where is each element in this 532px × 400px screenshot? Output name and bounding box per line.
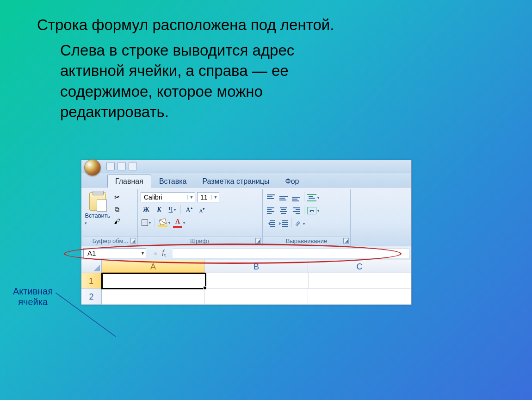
- formula-bar: A1 ▼ ● fx: [81, 246, 411, 260]
- wrap-text-icon: [307, 194, 316, 201]
- cancel-formula-icon[interactable]: ●: [154, 250, 157, 257]
- ribbon-tabs: Главная Вставка Разметка страницы Фор: [81, 173, 411, 187]
- cell-b2[interactable]: [205, 289, 308, 305]
- office-button[interactable]: [84, 159, 101, 176]
- font-size-combo[interactable]: 11 ▼: [197, 192, 219, 202]
- group-alignment: Выравнивание: [263, 189, 351, 246]
- align-right-icon: [292, 207, 300, 214]
- align-left-icon: [267, 207, 275, 214]
- grow-font-button[interactable]: A▴: [184, 204, 195, 215]
- grid-row: 2: [81, 289, 411, 305]
- select-all-corner[interactable]: [81, 260, 102, 273]
- font-color-icon: A: [175, 218, 180, 225]
- alignment-launcher[interactable]: [343, 238, 349, 244]
- row-header-1[interactable]: 1: [81, 273, 102, 289]
- qat-redo-icon[interactable]: [129, 162, 137, 170]
- name-box[interactable]: A1 ▼: [83, 248, 146, 258]
- group-font: Calibri ▼ 11 ▼ Ж К Ч A▴ A▾: [138, 189, 263, 246]
- slide-line-2: Слева в строке выводится адрес: [60, 40, 504, 61]
- cell-b1[interactable]: [206, 273, 309, 289]
- group-clipboard: Вставить ✂ ⧉ 🖌 Буфер обм...: [83, 189, 138, 246]
- group-label-clipboard: Буфер обм...: [83, 236, 137, 246]
- ribbon: Вставить ✂ ⧉ 🖌 Буфер обм... Calibri ▼: [81, 187, 411, 246]
- column-headers: A B C: [81, 260, 411, 273]
- scissors-icon: ✂: [114, 194, 120, 201]
- tab-home[interactable]: Главная: [107, 175, 151, 188]
- merge-icon: [307, 207, 316, 214]
- paste-icon: [89, 192, 106, 211]
- qat-save-icon[interactable]: [106, 162, 115, 170]
- formula-bar-buttons: ● fx: [149, 248, 171, 258]
- grid-row: 1: [81, 273, 411, 289]
- active-cell-callout: Активная ячейка: [13, 286, 53, 307]
- align-right-button[interactable]: [291, 205, 302, 216]
- increase-indent-button[interactable]: [278, 218, 289, 229]
- slide-line-4: содержимое, которое можно: [60, 81, 504, 102]
- align-top-button[interactable]: [266, 192, 277, 203]
- chevron-down-icon: ▼: [211, 195, 218, 200]
- copy-icon: ⧉: [115, 206, 119, 213]
- underline-button[interactable]: Ч: [167, 204, 178, 215]
- cell-c2[interactable]: [308, 289, 411, 305]
- brush-icon: 🖌: [114, 218, 120, 225]
- wrap-text-button[interactable]: [307, 192, 320, 203]
- column-header-b[interactable]: B: [205, 260, 308, 273]
- formula-input[interactable]: [173, 248, 409, 258]
- decrease-indent-icon: [267, 220, 275, 227]
- bold-button[interactable]: Ж: [141, 204, 152, 215]
- format-painter-button[interactable]: 🖌: [112, 216, 122, 226]
- fill-color-button[interactable]: [158, 217, 171, 228]
- decrease-indent-button[interactable]: [266, 218, 277, 229]
- tab-page-layout[interactable]: Разметка страницы: [194, 175, 277, 188]
- align-middle-button[interactable]: [278, 192, 289, 203]
- worksheet-grid: A B C 1 2: [81, 260, 411, 305]
- qat-undo-icon[interactable]: [118, 162, 126, 170]
- fill-bucket-icon: [159, 218, 167, 225]
- column-header-a[interactable]: A: [102, 260, 205, 273]
- copy-button[interactable]: ⧉: [112, 204, 122, 214]
- align-center-button[interactable]: [278, 205, 289, 216]
- merge-center-button[interactable]: [307, 205, 320, 216]
- excel-window: Главная Вставка Разметка страницы Фор Вс…: [81, 160, 412, 305]
- cut-button[interactable]: ✂: [112, 192, 122, 202]
- slide-text: Строка формул расположена под лентой. Сл…: [0, 0, 532, 126]
- row-header-2[interactable]: 2: [81, 289, 102, 305]
- tab-insert[interactable]: Вставка: [151, 175, 194, 188]
- slide-line-1: Строка формул расположена под лентой.: [37, 15, 504, 36]
- column-header-c[interactable]: C: [308, 260, 411, 273]
- cell-a2[interactable]: [102, 289, 205, 305]
- tab-formulas[interactable]: Фор: [278, 175, 307, 188]
- insert-function-button[interactable]: fx: [162, 249, 166, 257]
- borders-button[interactable]: [141, 217, 152, 228]
- orientation-button[interactable]: [294, 218, 305, 229]
- clipboard-launcher[interactable]: [130, 238, 136, 244]
- shrink-font-icon: A▾: [199, 206, 205, 213]
- cell-c1[interactable]: [309, 273, 411, 289]
- slide-line-3: активной ячейки, а справа — ее: [60, 61, 504, 81]
- shrink-font-button[interactable]: A▾: [197, 204, 208, 215]
- slide-line-5: редактировать.: [60, 102, 504, 123]
- font-launcher[interactable]: [255, 238, 261, 244]
- italic-button[interactable]: К: [154, 204, 165, 215]
- group-label-alignment: Выравнивание: [263, 236, 350, 246]
- align-center-icon: [279, 207, 288, 214]
- cell-a1[interactable]: [101, 273, 206, 289]
- increase-indent-icon: [279, 220, 288, 227]
- paste-button[interactable]: Вставить: [86, 191, 109, 236]
- group-label-font: Шрифт: [138, 236, 262, 246]
- font-color-button[interactable]: A: [173, 217, 186, 228]
- align-top-icon: [267, 194, 275, 201]
- quick-access-toolbar: [106, 162, 137, 170]
- chevron-down-icon: ▼: [187, 195, 194, 200]
- orientation-icon: [295, 220, 302, 227]
- borders-icon: [142, 219, 148, 226]
- font-name-combo[interactable]: Calibri ▼: [141, 192, 195, 202]
- grow-font-icon: A▴: [186, 206, 192, 214]
- title-bar: [81, 160, 411, 173]
- chevron-down-icon: ▼: [141, 251, 145, 256]
- align-bottom-button[interactable]: [291, 192, 302, 203]
- align-middle-icon: [279, 194, 288, 201]
- align-left-button[interactable]: [266, 205, 277, 216]
- align-bottom-icon: [292, 194, 300, 201]
